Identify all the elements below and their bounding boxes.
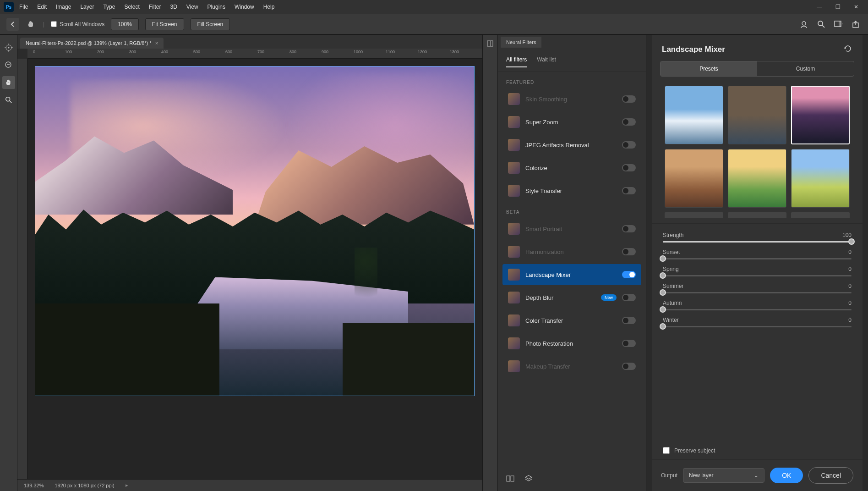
- menu-plugins[interactable]: Plugins: [204, 2, 229, 12]
- menu-edit[interactable]: Edit: [33, 2, 50, 12]
- menu-file[interactable]: File: [16, 2, 32, 12]
- preset-grid: [652, 77, 863, 210]
- panel-tab-neural-filters[interactable]: Neural Filters: [501, 37, 541, 48]
- menu-type[interactable]: Type: [99, 2, 119, 12]
- filter-toggle[interactable]: [622, 164, 636, 171]
- svg-point-7: [8, 47, 9, 49]
- preset-thumb-3[interactable]: [791, 86, 850, 144]
- filter-toggle[interactable]: [622, 271, 636, 278]
- cloud-docs-icon[interactable]: [798, 19, 809, 30]
- target-tool-icon[interactable]: [2, 41, 15, 54]
- zoom-tool-button[interactable]: [2, 94, 15, 106]
- slider-thumb[interactable]: [660, 306, 666, 313]
- preserve-subject-checkbox[interactable]: Preserve subject: [652, 444, 863, 459]
- tab-custom[interactable]: Custom: [757, 61, 854, 76]
- preset-thumb-5[interactable]: [728, 149, 786, 208]
- slider-track[interactable]: [663, 292, 852, 293]
- slider-track[interactable]: [663, 258, 852, 259]
- right-edge-scrollbar[interactable]: [863, 35, 868, 491]
- workspace-switcher-icon[interactable]: [833, 19, 844, 30]
- layers-icon[interactable]: [524, 474, 534, 484]
- menu-layer[interactable]: Layer: [76, 2, 98, 12]
- filter-row-color-transfer[interactable]: Color Transfer: [502, 310, 641, 331]
- output-select-value: New layer: [689, 472, 713, 479]
- tab-all-filters[interactable]: All filters: [506, 56, 527, 67]
- preset-thumb-6[interactable]: [791, 149, 850, 208]
- filter-row-depth-blur[interactable]: Depth BlurNew: [502, 287, 641, 308]
- slider-track[interactable]: [663, 326, 852, 327]
- filter-toggle[interactable]: [622, 248, 636, 255]
- panel-scrollbar[interactable]: [646, 35, 652, 491]
- filter-row-super-zoom[interactable]: Super Zoom: [502, 111, 641, 132]
- reset-icon[interactable]: [843, 44, 852, 55]
- slider-thumb[interactable]: [660, 272, 666, 279]
- menu-select[interactable]: Select: [120, 2, 143, 12]
- preset-thumb-2[interactable]: [728, 86, 786, 144]
- expand-dock-icon[interactable]: [485, 39, 495, 49]
- menu-window[interactable]: Window: [231, 2, 258, 12]
- slider-track[interactable]: [663, 275, 852, 276]
- filter-row-landscape-mixer[interactable]: Landscape Mixer: [502, 264, 641, 285]
- search-icon[interactable]: [816, 19, 827, 30]
- hand-tool-button[interactable]: [2, 76, 15, 89]
- filter-row-jpeg-artifacts-removal[interactable]: JPEG Artifacts Removal: [502, 134, 641, 155]
- remove-zoom-icon[interactable]: [2, 59, 15, 72]
- slider-thumb[interactable]: [660, 323, 666, 330]
- filter-toggle[interactable]: [622, 187, 636, 194]
- filter-row-harmonization[interactable]: Harmonization: [502, 241, 641, 262]
- filter-row-style-transfer[interactable]: Style Transfer: [502, 180, 641, 201]
- output-select[interactable]: New layer ⌄: [683, 468, 764, 483]
- menu-help[interactable]: Help: [260, 2, 278, 12]
- filter-label: Photo Restoration: [525, 340, 617, 347]
- filter-toggle[interactable]: [622, 118, 636, 126]
- zoom-level-button[interactable]: 100%: [111, 18, 139, 30]
- filter-row-skin-smoothing[interactable]: Skin Smoothing: [502, 88, 641, 110]
- preview-mode-icon[interactable]: [505, 474, 515, 484]
- filter-toggle[interactable]: [622, 294, 636, 301]
- ruler-tick: 1100: [386, 50, 395, 54]
- slider-track[interactable]: [663, 309, 852, 310]
- cancel-button[interactable]: Cancel: [808, 467, 853, 484]
- filter-row-colorize[interactable]: Colorize: [502, 157, 641, 178]
- tab-wait-list[interactable]: Wait list: [537, 56, 556, 67]
- scroll-all-windows-checkbox[interactable]: Scroll All Windows: [51, 21, 104, 28]
- filter-toggle[interactable]: [622, 141, 636, 149]
- document-tab-close-icon[interactable]: ×: [155, 40, 158, 46]
- window-close-icon[interactable]: ✕: [848, 1, 864, 13]
- slider-thumb[interactable]: [660, 255, 666, 262]
- slider-thumb[interactable]: [848, 238, 855, 245]
- vertical-ruler: [17, 59, 27, 479]
- canvas-viewport[interactable]: [27, 59, 482, 479]
- status-zoom[interactable]: 139.32%: [24, 483, 44, 488]
- slider-track[interactable]: [663, 241, 852, 243]
- slider-thumb[interactable]: [660, 289, 666, 296]
- filter-toggle[interactable]: [622, 340, 636, 347]
- filter-row-makeup-transfer[interactable]: Makeup Transfer: [502, 356, 641, 377]
- share-icon[interactable]: [851, 19, 862, 30]
- menu-3d[interactable]: 3D: [166, 2, 180, 12]
- filter-thumb-icon: [508, 162, 520, 174]
- svg-rect-19: [511, 476, 514, 481]
- menu-filter[interactable]: Filter: [145, 2, 165, 12]
- fill-screen-button[interactable]: Fill Screen: [191, 18, 230, 30]
- filter-toggle[interactable]: [622, 317, 636, 324]
- ok-button[interactable]: OK: [770, 468, 803, 483]
- menu-image[interactable]: Image: [52, 2, 75, 12]
- preset-thumb-1[interactable]: [665, 86, 723, 144]
- filter-row-photo-restoration[interactable]: Photo Restoration: [502, 333, 641, 354]
- document-tab[interactable]: Neural-Filters-Ps-2022.psd @ 139% (Layer…: [20, 38, 164, 49]
- preset-thumb-4[interactable]: [665, 149, 723, 208]
- filter-toggle[interactable]: [622, 363, 636, 370]
- filter-toggle[interactable]: [622, 225, 636, 232]
- filter-row-smart-portrait[interactable]: Smart Portrait: [502, 218, 641, 239]
- app-menubar: Ps File Edit Image Layer Type Select Fil…: [0, 0, 868, 14]
- filter-thumb-icon: [508, 116, 520, 128]
- filter-toggle[interactable]: [622, 95, 636, 103]
- fit-screen-button[interactable]: Fit Screen: [145, 18, 184, 30]
- home-back-button[interactable]: [6, 18, 19, 31]
- tab-presets[interactable]: Presets: [661, 61, 757, 76]
- menu-view[interactable]: View: [183, 2, 202, 12]
- window-restore-icon[interactable]: ❐: [830, 1, 846, 13]
- filter-thumb-icon: [508, 337, 520, 349]
- window-minimize-icon[interactable]: —: [811, 1, 828, 13]
